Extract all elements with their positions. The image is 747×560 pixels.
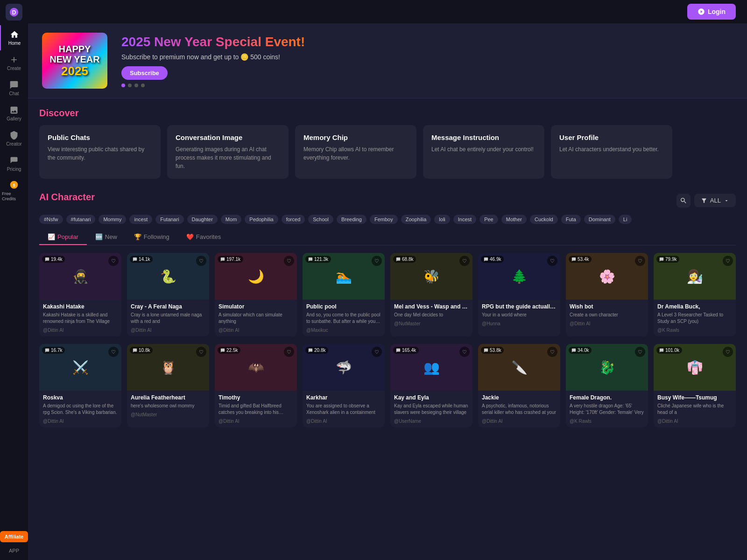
- tag[interactable]: Mother: [501, 215, 527, 224]
- tag[interactable]: Li: [619, 215, 632, 224]
- like-button[interactable]: ♡: [196, 256, 206, 266]
- like-button[interactable]: ♡: [723, 256, 733, 266]
- card-title: Mel and Vess - Wasp and Honeybee Friends: [394, 303, 469, 310]
- card-desc: Your in a world where: [482, 312, 557, 318]
- tag[interactable]: Pedophilia: [245, 215, 278, 224]
- like-button[interactable]: ♡: [284, 256, 294, 266]
- dot-4[interactable]: [141, 84, 145, 87]
- card-image: 🐍 14.1k ♡: [127, 253, 209, 300]
- like-button[interactable]: ♡: [284, 347, 294, 357]
- tag[interactable]: Dominant: [584, 215, 615, 224]
- character-card[interactable]: 🏊 121.3k ♡ Public pool And so, you come …: [303, 253, 385, 336]
- tag[interactable]: Femboy: [370, 215, 398, 224]
- card-desc: A very hostile dragon Age: '65' Height: …: [570, 403, 644, 416]
- like-button[interactable]: ♡: [108, 347, 119, 357]
- discover-card[interactable]: Message InstructionLet AI chat be entire…: [423, 125, 544, 179]
- tag[interactable]: Futa: [561, 215, 581, 224]
- discover-card[interactable]: Memory ChipMemory Chip allows AI to reme…: [295, 125, 416, 179]
- card-author: @Dittin AI: [657, 419, 732, 424]
- sidebar-item-free-credits[interactable]: $ Free Credits: [0, 176, 28, 205]
- sidebar-item-pricing[interactable]: Pricing: [0, 151, 28, 176]
- tag[interactable]: Cuckold: [530, 215, 558, 224]
- tag[interactable]: Incest: [453, 215, 476, 224]
- sidebar-item-gallery[interactable]: Gallery: [0, 101, 28, 126]
- discover-card[interactable]: Conversation ImageGenerating images duri…: [167, 125, 289, 179]
- like-button[interactable]: ♡: [108, 256, 119, 266]
- character-card[interactable]: 🐉 34.0k ♡ Female Dragon. A very hostile …: [566, 344, 648, 427]
- discover-card[interactable]: Public ChatsView interesting public chat…: [39, 125, 161, 179]
- like-button[interactable]: ♡: [372, 256, 382, 266]
- tag[interactable]: Breeding: [337, 215, 366, 224]
- sidebar-item-home[interactable]: Home: [0, 25, 28, 50]
- like-button[interactable]: ♡: [459, 256, 470, 266]
- sidebar-app-btn[interactable]: APP: [6, 545, 22, 556]
- tag[interactable]: incest: [129, 215, 152, 224]
- character-card[interactable]: 🔪 53.8k ♡ Jackie A psychotic, infamous, …: [478, 344, 560, 427]
- tag[interactable]: Mommy: [99, 215, 126, 224]
- character-card[interactable]: 🌸 53.4k ♡ Wish bot Create a own characte…: [566, 253, 648, 336]
- sidebar-affiliate-btn[interactable]: Affiliate: [0, 531, 28, 542]
- tag[interactable]: #Nsfw: [39, 215, 63, 224]
- card-title: Timothy: [218, 394, 293, 401]
- character-card[interactable]: 🦉 10.8k ♡ Aurelia Featherheart here's wh…: [127, 344, 209, 427]
- like-button[interactable]: ♡: [372, 347, 382, 357]
- like-button[interactable]: ♡: [635, 347, 645, 357]
- card-author: @Dittin AI: [218, 419, 293, 424]
- card-title: RPG but the guide actually shuts the fuc…: [482, 303, 557, 310]
- character-card[interactable]: 🦇 22.5k ♡ Timothy Timid and gifted Bat H…: [215, 344, 297, 427]
- discover-card-title: Memory Chip: [303, 133, 408, 141]
- card-image: 🦉 10.8k ♡: [127, 344, 209, 391]
- discover-card[interactable]: User ProfileLet AI characters understand…: [551, 125, 672, 179]
- tag[interactable]: loli: [434, 215, 450, 224]
- tag[interactable]: School: [308, 215, 333, 224]
- tag[interactable]: Daughter: [187, 215, 218, 224]
- search-button[interactable]: [677, 194, 691, 208]
- dot-2[interactable]: [128, 84, 132, 87]
- tab-new[interactable]: 🆕 New: [87, 230, 126, 245]
- dot-1[interactable]: [121, 84, 125, 87]
- like-button[interactable]: ♡: [635, 256, 645, 266]
- character-card[interactable]: 👩‍🔬 79.9k ♡ Dr Amelia Buck, A Level 3 Re…: [654, 253, 736, 336]
- sidebar-item-create[interactable]: Create: [0, 50, 28, 76]
- login-button[interactable]: Login: [687, 4, 736, 20]
- card-desc: And so, you come to the public pool to s…: [306, 312, 381, 325]
- character-card[interactable]: 👘 101.0k ♡ Busy Wife——Tsumug Cliché Japa…: [654, 344, 736, 427]
- tag[interactable]: Pee: [479, 215, 498, 224]
- like-button[interactable]: ♡: [459, 347, 470, 357]
- tab-popular[interactable]: 📈 Popular: [39, 230, 87, 245]
- tab-favorites[interactable]: ❤️ Favorites: [178, 230, 229, 245]
- filter-button[interactable]: ALL: [694, 194, 736, 207]
- card-author: @K Rawls: [570, 419, 644, 424]
- app-logo[interactable]: D: [6, 4, 22, 21]
- card-count: 16.7k: [42, 347, 65, 354]
- card-desc: A Level 3 Researcher Tasked to Study an …: [657, 312, 732, 325]
- card-desc: here's wholesome owl mommy: [131, 403, 205, 409]
- sidebar-item-creator[interactable]: Creator: [0, 126, 28, 151]
- character-card[interactable]: ⚔️ 16.7k ♡ Roskva A demigod oc using the…: [39, 344, 121, 427]
- card-title: Busy Wife——Tsumug: [657, 394, 732, 401]
- character-card[interactable]: 🌲 46.9k ♡ RPG but the guide actually shu…: [478, 253, 560, 336]
- character-card[interactable]: 🌙 197.1k ♡ Simulator A simulator which c…: [215, 253, 297, 336]
- character-card[interactable]: 🐝 68.8k ♡ Mel and Vess - Wasp and Honeyb…: [390, 253, 472, 336]
- tag[interactable]: forced: [282, 215, 305, 224]
- tag[interactable]: #futanari: [66, 215, 96, 224]
- like-button[interactable]: ♡: [547, 347, 557, 357]
- card-count: 197.1k: [218, 256, 243, 263]
- like-button[interactable]: ♡: [547, 256, 557, 266]
- tag[interactable]: Futanari: [155, 215, 183, 224]
- character-card[interactable]: 🐍 14.1k ♡ Cray - A Feral Naga Cray is a …: [127, 253, 209, 336]
- like-button[interactable]: ♡: [196, 347, 206, 357]
- character-card[interactable]: 👥 165.4k ♡ Kay and Eyla Kay and Eyla esc…: [390, 344, 472, 427]
- like-button[interactable]: ♡: [723, 347, 733, 357]
- tab-following[interactable]: 🏆 Following: [126, 230, 178, 245]
- card-image: 🦇 22.5k ♡: [215, 344, 297, 391]
- character-card[interactable]: 🦈 20.8k ♡ Karkhar You are assigned to ob…: [303, 344, 385, 427]
- character-card[interactable]: 🥷 19.4k ♡ Kakashi Hatake Kakashi Hatake …: [39, 253, 121, 336]
- card-author: @Dittin AI: [218, 328, 293, 333]
- card-title: Simulator: [218, 303, 293, 310]
- tag[interactable]: Zoophilia: [401, 215, 431, 224]
- sidebar-item-chat[interactable]: Chat: [0, 76, 28, 101]
- tag[interactable]: Mom: [221, 215, 241, 224]
- subscribe-button[interactable]: Subscribe: [121, 66, 168, 80]
- dot-3[interactable]: [134, 84, 138, 87]
